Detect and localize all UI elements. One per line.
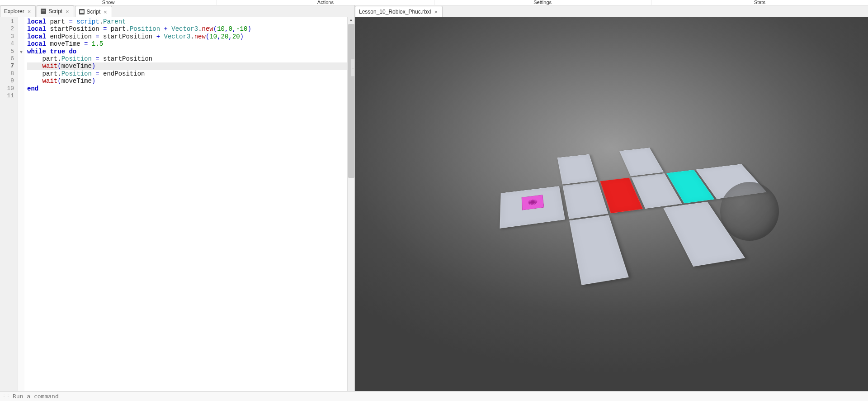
- viewport-panel: Lesson_10_Roblox_Phuc.rbxl×: [355, 5, 868, 391]
- code-line[interactable]: local endPosition = startPosition + Vect…: [27, 33, 354, 40]
- code-line[interactable]: wait(moveTime): [27, 77, 354, 85]
- toolbar-actions[interactable]: Actions: [217, 0, 434, 5]
- code-line[interactable]: [27, 92, 354, 100]
- spawn-pad: [521, 195, 544, 210]
- code-line[interactable]: while true do: [27, 48, 354, 55]
- floor-tile-6: [557, 154, 597, 185]
- line-number: 11: [0, 92, 14, 100]
- line-number: 5: [0, 48, 14, 55]
- spawn-star-icon: [525, 197, 540, 208]
- editor-tab-2[interactable]: Script×: [75, 6, 112, 17]
- main-split: Explorer×Script×Script× 1234567891011 ▼ …: [0, 5, 868, 391]
- script-editor-panel: Explorer×Script×Script× 1234567891011 ▼ …: [0, 5, 355, 391]
- line-number: 8: [0, 70, 14, 77]
- line-gutter: 1234567891011: [0, 17, 18, 391]
- line-number: 1: [0, 18, 14, 25]
- line-number: 7: [0, 62, 14, 70]
- close-icon[interactable]: ×: [433, 9, 439, 15]
- line-number: 2: [0, 25, 14, 33]
- game-viewport[interactable]: [355, 17, 868, 391]
- editor-tab-0[interactable]: Explorer×: [0, 5, 36, 17]
- code-line[interactable]: local startPosition = part.Position + Ve…: [27, 25, 354, 33]
- line-number: 4: [0, 40, 14, 48]
- fold-column: ▼: [18, 17, 24, 391]
- floor-tile-8: [569, 215, 628, 285]
- tab-label: Script: [48, 8, 62, 14]
- floor-tile-1: [562, 181, 608, 219]
- script-icon: [79, 9, 85, 14]
- toolbar-show[interactable]: Show: [0, 0, 217, 5]
- code-line[interactable]: part.Position = startPosition: [27, 55, 354, 62]
- viewport-tabbar: Lesson_10_Roblox_Phuc.rbxl×: [355, 5, 868, 17]
- scroll-up-icon[interactable]: ▲: [348, 17, 354, 24]
- grip-icon: ⋮⋮: [2, 394, 10, 399]
- close-icon[interactable]: ×: [27, 8, 32, 15]
- code-editor[interactable]: 1234567891011 ▼ local part = script.Pare…: [0, 17, 354, 391]
- 3d-scene: [485, 110, 738, 282]
- code-line[interactable]: local moveTime = 1.5: [27, 40, 354, 48]
- code-line[interactable]: local part = script.Parent: [27, 18, 354, 25]
- fold-toggle-icon[interactable]: ▼: [20, 50, 22, 55]
- toolbar-settings[interactable]: Settings: [434, 0, 651, 5]
- command-input[interactable]: [13, 393, 866, 400]
- close-icon[interactable]: ×: [103, 9, 108, 15]
- viewport-tab-0[interactable]: Lesson_10_Roblox_Phuc.rbxl×: [355, 6, 443, 17]
- code-line[interactable]: wait(moveTime): [27, 62, 354, 70]
- tab-label: Lesson_10_Roblox_Phuc.rbxl: [359, 9, 431, 15]
- close-icon[interactable]: ×: [65, 8, 70, 15]
- rock-sphere: [720, 182, 779, 241]
- line-number: 6: [0, 55, 14, 62]
- command-bar[interactable]: ⋮⋮: [0, 391, 868, 401]
- code-line[interactable]: part.Position = endPosition: [27, 70, 354, 77]
- code-line[interactable]: end: [27, 85, 354, 92]
- line-number: 3: [0, 33, 14, 40]
- scroll-thumb[interactable]: [348, 24, 354, 178]
- script-icon: [41, 9, 46, 14]
- top-toolbar: Show Actions Settings Stats: [0, 0, 868, 5]
- tab-label: Script: [87, 9, 101, 15]
- panel-collapse-handle[interactable]: —: [351, 59, 354, 77]
- toolbar-stats[interactable]: Stats: [651, 0, 868, 5]
- code-content[interactable]: local part = script.Parentlocal startPos…: [24, 17, 354, 391]
- line-number: 9: [0, 77, 14, 85]
- floor-tile-7: [619, 148, 664, 176]
- tab-label: Explorer: [4, 8, 24, 14]
- editor-tabbar: Explorer×Script×Script×: [0, 5, 354, 17]
- line-number: 10: [0, 85, 14, 92]
- editor-tab-1[interactable]: Script×: [37, 5, 74, 17]
